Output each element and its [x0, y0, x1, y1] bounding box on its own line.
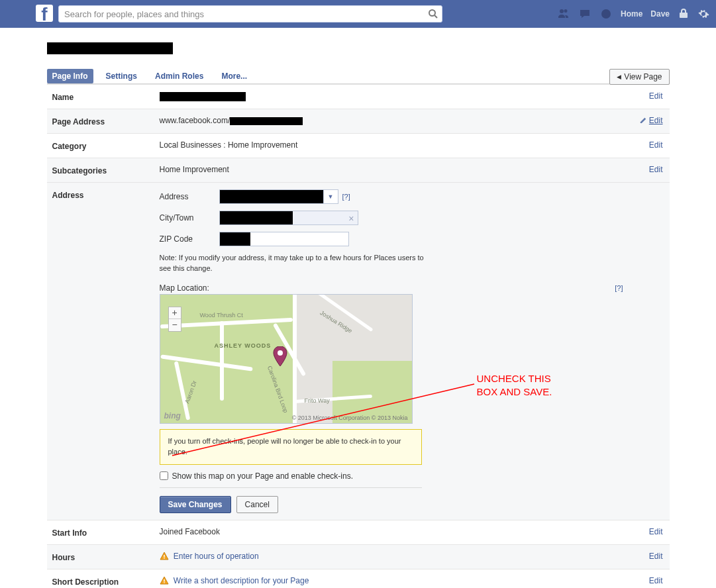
annotation-line1: UNCHECK THIS [477, 372, 552, 385]
address-note: Note: If you modify your address, it may… [160, 253, 425, 274]
label-start-info: Start Info [52, 527, 160, 538]
chevron-left-icon: ◀ [617, 74, 621, 80]
label-category: Category [52, 140, 160, 151]
messages-icon[interactable] [578, 7, 591, 21]
svg-rect-3 [680, 13, 688, 18]
zoom-in-button[interactable]: + [169, 307, 181, 319]
row-address: Address Address ▼ [?] City/Town × [47, 183, 670, 520]
privacy-icon[interactable] [678, 8, 690, 20]
svg-rect-6 [164, 555, 164, 558]
user-link[interactable]: Dave [650, 9, 670, 19]
page-wrap: ◀ View Page Page Info Settings Admin Rol… [47, 28, 670, 588]
map-location-text: Map Location: [160, 283, 209, 293]
svg-rect-9 [164, 582, 164, 583]
map-help[interactable]: [?] [615, 284, 623, 292]
edit-page-address[interactable]: Edit [649, 116, 663, 125]
addr-field-address-label: Address [160, 192, 219, 201]
row-page-address: Page Address www.facebook.com/ Edit [47, 109, 670, 134]
checkin-warning: If you turn off check-ins, people will n… [160, 429, 422, 465]
zip-input[interactable] [219, 232, 349, 246]
page-address-prefix: www.facebook.com/ [160, 116, 230, 125]
value-name [160, 91, 623, 101]
label-name: Name [52, 91, 160, 102]
edit-hours[interactable]: Edit [649, 552, 663, 561]
row-subcategories: Subcategories Home Improvement Edit [47, 158, 670, 183]
area-label: ASHLEY WOODS [215, 342, 272, 349]
chevron-down-icon: ▼ [323, 190, 338, 203]
warning-icon [160, 576, 169, 585]
edit-name[interactable]: Edit [649, 91, 663, 101]
road-label: Frito Way [305, 397, 330, 404]
map-zoom-controls: + − [168, 307, 181, 332]
svg-rect-7 [164, 558, 164, 558]
map-pin-icon[interactable] [273, 346, 287, 366]
settings-rows: Name Edit Page Address www.facebook.com/… [47, 84, 670, 588]
show-map-checkbox-row[interactable]: Show this map on your Page and enable ch… [160, 471, 623, 481]
bing-logo: bing [164, 411, 181, 420]
search-input[interactable] [58, 5, 442, 23]
label-hours: Hours [52, 552, 160, 562]
map-location-label: Map Location: [?] [160, 283, 623, 293]
edit-start-info[interactable]: Edit [649, 527, 663, 536]
address-help[interactable]: [?] [342, 193, 350, 201]
annotation-text: UNCHECK THIS BOX AND SAVE. [477, 372, 552, 399]
edit-short-desc[interactable]: Edit [649, 576, 663, 585]
label-address: Address [52, 189, 160, 200]
svg-point-2 [601, 9, 611, 19]
pencil-icon [640, 117, 647, 124]
row-short-desc: Short Description Write a short descript… [47, 569, 670, 588]
addr-field-city-label: City/Town [160, 213, 219, 222]
tab-settings[interactable]: Settings [101, 69, 142, 83]
warning-icon [160, 552, 169, 561]
tab-page-info[interactable]: Page Info [47, 69, 93, 83]
edit-category[interactable]: Edit [649, 140, 663, 150]
zoom-out-button[interactable]: − [169, 319, 181, 331]
road-label: Wood Thrush Ct [200, 312, 243, 318]
label-subcategories: Subcategories [52, 165, 160, 175]
page-title-redacted [47, 42, 173, 54]
cancel-button[interactable]: Cancel [236, 496, 278, 513]
tabs: Page Info Settings Admin Roles More... [47, 69, 670, 84]
value-start-info: Joined Facebook [160, 527, 623, 536]
row-name: Name Edit [47, 85, 670, 109]
row-hours: Hours Enter hours of operation Edit [47, 545, 670, 569]
facebook-logo[interactable]: f [36, 5, 53, 22]
row-start-info: Start Info Joined Facebook Edit [47, 520, 670, 545]
short-desc-link[interactable]: Write a short description for your Page [174, 576, 309, 585]
value-subcategories: Home Improvement [160, 165, 623, 174]
map[interactable]: Wood Thrush Ct ASHLEY WOODS Aaron Dr Car… [160, 294, 413, 424]
value-category: Local Businesses : Home Improvement [160, 140, 623, 150]
clear-city-icon[interactable]: × [348, 213, 354, 224]
address-dropdown[interactable]: ▼ [219, 189, 338, 204]
svg-point-0 [429, 10, 435, 16]
value-page-address: www.facebook.com/ [160, 116, 623, 125]
map-copyright: © 2013 Microsoft Corporation © 2013 Noki… [292, 415, 408, 421]
value-short-desc: Write a short description for your Page [160, 576, 623, 585]
svg-rect-8 [164, 579, 164, 582]
show-map-checkbox[interactable] [160, 471, 168, 480]
tab-admin-roles[interactable]: Admin Roles [150, 69, 209, 83]
city-input[interactable]: × [219, 211, 358, 225]
hours-link[interactable]: Enter hours of operation [174, 552, 259, 561]
tab-more[interactable]: More... [216, 69, 252, 83]
label-short-desc: Short Description [52, 576, 160, 587]
save-changes-button[interactable]: Save Changes [160, 496, 231, 513]
gear-icon[interactable] [697, 8, 709, 20]
annotation-line2: BOX AND SAVE. [477, 385, 552, 399]
addr-field-zip-label: ZIP Code [160, 234, 219, 244]
home-link[interactable]: Home [621, 9, 642, 19]
friend-requests-icon[interactable] [557, 7, 570, 21]
search-icon[interactable] [428, 9, 438, 19]
topbar: f Home Dave [0, 0, 716, 28]
topbar-right: Home Dave [557, 7, 709, 21]
search-wrap [58, 5, 442, 23]
value-hours: Enter hours of operation [160, 552, 623, 561]
show-map-checkbox-label: Show this map on your Page and enable ch… [172, 471, 354, 481]
edit-subcategories[interactable]: Edit [649, 165, 663, 174]
view-page-button[interactable]: ◀ View Page [609, 69, 669, 85]
label-page-address: Page Address [52, 116, 160, 126]
row-category: Category Local Businesses : Home Improve… [47, 134, 670, 158]
notifications-icon[interactable] [599, 7, 613, 21]
address-editor: Address ▼ [?] City/Town × ZIP Code [160, 189, 623, 513]
view-page-label: View Page [624, 72, 662, 81]
